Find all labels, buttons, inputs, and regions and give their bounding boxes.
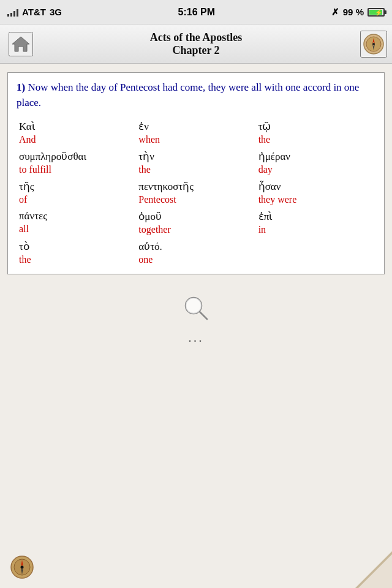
english-word-6: day bbox=[258, 164, 373, 175]
greek-word-13: τὸ bbox=[19, 240, 134, 253]
greek-word-14: αὐτό. bbox=[138, 240, 253, 253]
word-cell-13: τὸ the bbox=[17, 236, 136, 266]
nav-title-sub: Chapter 2 bbox=[150, 44, 243, 57]
greek-word-5: τὴν bbox=[138, 150, 253, 163]
nav-bar: Acts of the Apostles Chapter 2 bbox=[0, 24, 392, 64]
english-word-5: the bbox=[138, 164, 253, 175]
english-word-12: in bbox=[258, 224, 373, 235]
battery-label: 99 % bbox=[343, 7, 364, 17]
bottom-compass-icon bbox=[10, 555, 34, 579]
word-cell-10: πάντες all bbox=[17, 206, 136, 236]
charging-icon: ⚡ bbox=[375, 9, 382, 16]
svg-point-4 bbox=[372, 43, 375, 45]
verse-box: 1) Now when the day of Pentecost had com… bbox=[7, 72, 385, 274]
greek-word-8: πεντηκοστῆς bbox=[138, 180, 253, 193]
english-word-13: the bbox=[19, 254, 134, 265]
english-word-11: together bbox=[138, 224, 253, 235]
english-word-14: one bbox=[138, 254, 253, 265]
page-curl bbox=[355, 551, 392, 588]
word-cell-15 bbox=[256, 236, 375, 266]
verse-heading: 1) Now when the day of Pentecost had com… bbox=[17, 80, 375, 110]
status-right: ✗ 99 % ⚡ bbox=[331, 7, 385, 18]
svg-point-6 bbox=[186, 298, 202, 314]
carrier-label: AT&T bbox=[22, 7, 46, 17]
word-cell-9: ἦσαν they were bbox=[256, 176, 375, 206]
english-word-4: to fulfill bbox=[19, 164, 134, 175]
greek-word-10: πάντες bbox=[19, 210, 134, 222]
svg-line-7 bbox=[200, 312, 207, 319]
signal-bars-icon bbox=[7, 8, 18, 17]
word-cell-1: Καὶ And bbox=[17, 116, 136, 146]
english-word-1: And bbox=[19, 134, 134, 145]
word-cell-12: ἐπὶ in bbox=[256, 206, 375, 236]
greek-word-7: τῆς bbox=[19, 180, 134, 193]
bluetooth-icon: ✗ bbox=[331, 7, 339, 18]
greek-word-1: Καὶ bbox=[19, 120, 134, 133]
word-cell-8: πεντηκοστῆς Pentecost bbox=[136, 176, 255, 206]
network-label: 3G bbox=[50, 7, 62, 17]
battery-icon: ⚡ bbox=[368, 8, 385, 17]
home-icon bbox=[11, 34, 31, 54]
word-cell-11: ὁμοῦ together bbox=[136, 206, 255, 236]
word-cell-6: ἡμέραν day bbox=[256, 146, 375, 176]
search-icon bbox=[183, 295, 209, 322]
main-content: 1) Now when the day of Pentecost had com… bbox=[0, 64, 392, 352]
search-ellipsis: ... bbox=[188, 330, 204, 345]
greek-word-11: ὁμοῦ bbox=[138, 210, 253, 223]
word-cell-14: αὐτό. one bbox=[136, 236, 255, 266]
word-cell-2: ἐν when bbox=[136, 116, 255, 146]
english-word-3: the bbox=[258, 134, 373, 145]
word-cell-4: συμπληροῦσθαι to fulfill bbox=[17, 146, 136, 176]
greek-word-2: ἐν bbox=[138, 120, 253, 133]
search-icon-area[interactable] bbox=[181, 293, 211, 323]
english-word-7: of bbox=[19, 194, 134, 205]
greek-word-3: τῷ bbox=[258, 120, 373, 133]
greek-word-9: ἦσαν bbox=[258, 180, 373, 193]
compass-button[interactable] bbox=[360, 31, 387, 58]
english-word-2: when bbox=[138, 134, 253, 145]
compass-icon bbox=[363, 33, 385, 55]
status-bar: AT&T 3G 5:16 PM ✗ 99 % ⚡ bbox=[0, 0, 392, 24]
svg-point-12 bbox=[21, 566, 24, 569]
search-area: ... bbox=[7, 293, 385, 345]
english-word-10: all bbox=[19, 224, 134, 235]
word-cell-7: τῆς of bbox=[17, 176, 136, 206]
greek-word-4: συμπληροῦσθαι bbox=[19, 150, 134, 163]
english-word-9: they were bbox=[258, 194, 373, 205]
greek-word-12: ἐπὶ bbox=[258, 210, 373, 223]
status-time: 5:16 PM bbox=[178, 7, 215, 18]
word-cell-3: τῷ the bbox=[256, 116, 375, 146]
nav-title-main: Acts of the Apostles bbox=[150, 31, 243, 44]
word-grid: Καὶ And ἐν when τῷ the συμπληροῦσθαι to … bbox=[17, 116, 375, 266]
home-button[interactable] bbox=[9, 32, 33, 56]
status-left: AT&T 3G bbox=[7, 7, 62, 17]
verse-number: 1) bbox=[17, 81, 25, 93]
nav-title: Acts of the Apostles Chapter 2 bbox=[150, 31, 243, 57]
verse-text: Now when the day of Pentecost had come, … bbox=[17, 81, 359, 108]
english-word-8: Pentecost bbox=[138, 194, 253, 205]
greek-word-6: ἡμέραν bbox=[258, 150, 373, 163]
word-cell-5: τὴν the bbox=[136, 146, 255, 176]
